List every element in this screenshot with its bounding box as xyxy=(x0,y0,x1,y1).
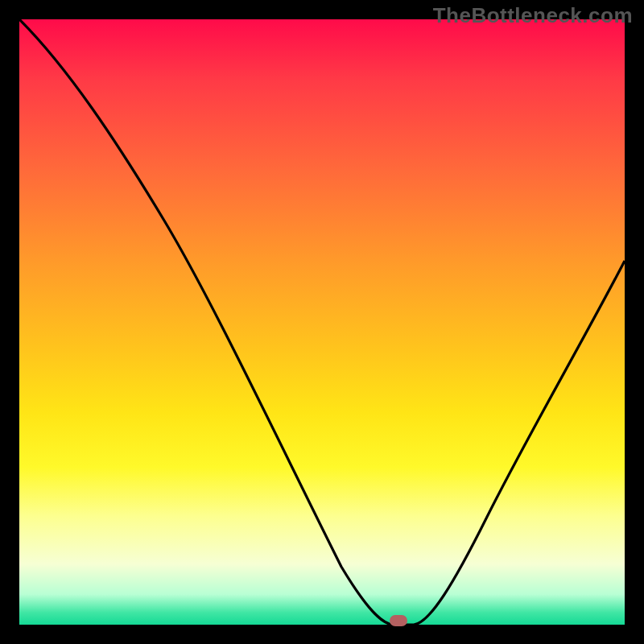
bottleneck-curve-path xyxy=(19,19,625,625)
plot-area xyxy=(19,19,625,625)
optimal-marker xyxy=(390,615,407,626)
watermark-text: TheBottleneck.com xyxy=(433,3,633,28)
curve-layer xyxy=(19,19,625,625)
chart-container: TheBottleneck.com xyxy=(0,0,644,644)
